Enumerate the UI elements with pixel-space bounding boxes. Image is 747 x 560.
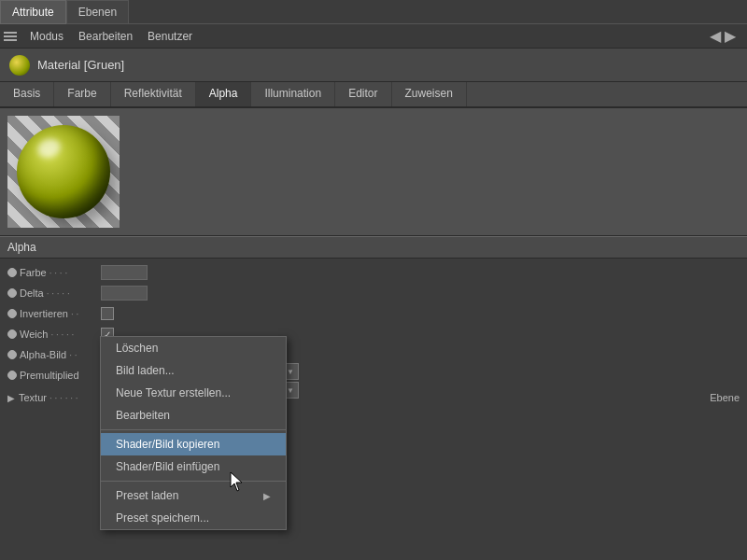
tab-attribute[interactable]: Attribute: [0, 0, 66, 24]
farbe-input[interactable]: [101, 265, 148, 280]
preview-sphere: [17, 125, 110, 218]
menu-bar: Modus Bearbeiten Benutzer ◀ ▶: [0, 24, 747, 49]
prop-delta-label: Delta · · · · ·: [7, 287, 101, 299]
prop-farbe-label: Farbe · · · ·: [7, 267, 101, 278]
menu-bearbeiten[interactable]: Bearbeiten: [71, 27, 140, 46]
farbe-radio[interactable]: [7, 268, 17, 277]
prop-invertieren-row: Invertieren · ·: [0, 303, 747, 324]
invertieren-radio[interactable]: [7, 309, 17, 318]
dropdown-bearbeiten[interactable]: Bearbeiten: [101, 404, 286, 427]
dropdown-menu: Löschen Bild laden... Neue Textur erstel…: [100, 336, 287, 530]
prop-alphabild-label: Alpha-Bild · ·: [7, 349, 101, 360]
dropdown-bild-laden[interactable]: Bild laden...: [101, 359, 286, 382]
preset-laden-arrow: ▶: [263, 491, 271, 501]
dropdown-loschen[interactable]: Löschen: [101, 337, 286, 359]
tab-basis[interactable]: Basis: [0, 82, 54, 106]
preview-area: [0, 108, 747, 236]
alpha-section-header: Alpha: [0, 236, 747, 259]
menu-dots-icon[interactable]: [4, 29, 19, 44]
textur-label: Textur · · · · · ·: [19, 392, 112, 403]
sphere-highlight: [35, 135, 63, 161]
menu-benutzer[interactable]: Benutzer: [140, 27, 200, 46]
dropdown-shader-einfugen[interactable]: Shader/Bild einfügen: [101, 455, 286, 478]
menu-modus[interactable]: Modus: [22, 27, 71, 46]
tab-editor[interactable]: Editor: [335, 82, 391, 106]
invertieren-checkbox[interactable]: [101, 307, 114, 320]
premultiplied-radio[interactable]: [7, 371, 17, 380]
preview-box: [7, 116, 120, 228]
mini-arrow-2: ▼: [287, 386, 294, 395]
prop-premultiplied-label: Premultiplied: [7, 370, 101, 381]
ebene-label: Ebene: [710, 392, 740, 403]
prop-invertieren-label: Invertieren · ·: [7, 308, 101, 319]
weich-radio[interactable]: [7, 329, 17, 339]
delta-input[interactable]: [101, 286, 148, 301]
tab-zuweisen[interactable]: Zuweisen: [392, 82, 467, 106]
prop-weich-label: Weich · · · · ·: [7, 329, 101, 340]
nav-arrows[interactable]: ◀ ▶: [702, 27, 743, 45]
material-title: Material [Gruen]: [37, 58, 124, 72]
tab-alpha[interactable]: Alpha: [196, 82, 252, 106]
top-tab-bar: Attribute Ebenen: [0, 0, 747, 24]
delta-radio[interactable]: [7, 288, 17, 298]
dropdown-separator-1: [101, 429, 286, 430]
material-header: Material [Gruen]: [0, 49, 747, 82]
mini-arrow-1: ▼: [287, 368, 294, 376]
textur-collapse-arrow[interactable]: ▶: [7, 393, 15, 403]
dropdown-preset-speichern[interactable]: Preset speichern...: [101, 507, 286, 529]
dropdown-preset-laden[interactable]: Preset laden ▶: [101, 484, 286, 507]
dropdown-shader-kopieren[interactable]: Shader/Bild kopieren: [101, 433, 286, 455]
prop-farbe-row: Farbe · · · ·: [0, 262, 747, 283]
alphabild-radio[interactable]: [7, 350, 17, 359]
material-icon: [9, 55, 30, 76]
dropdown-neue-textur[interactable]: Neue Textur erstellen...: [101, 382, 286, 404]
prop-delta-row: Delta · · · · ·: [0, 283, 747, 303]
tab-illumination[interactable]: Illumination: [251, 82, 335, 106]
tab-farbe[interactable]: Farbe: [54, 82, 110, 106]
dropdown-separator-2: [101, 481, 286, 482]
tab-reflektivitat[interactable]: Reflektivität: [111, 82, 196, 106]
tab-ebenen[interactable]: Ebenen: [66, 0, 129, 24]
sub-tab-bar: Basis Farbe Reflektivität Alpha Illumina…: [0, 82, 747, 108]
